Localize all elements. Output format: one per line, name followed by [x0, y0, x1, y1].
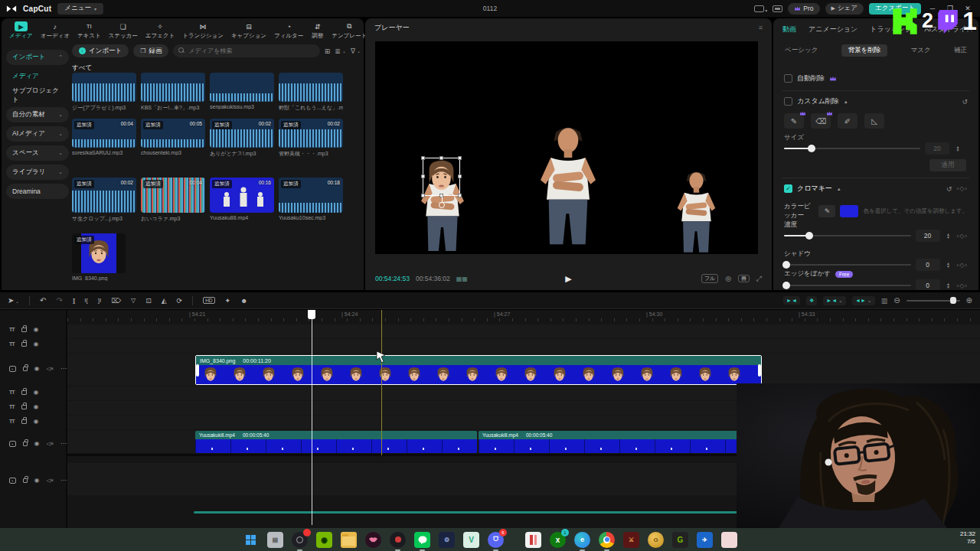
- mask-icon[interactable]: ▽: [131, 297, 136, 304]
- resize-handle[interactable]: [458, 174, 462, 178]
- sidebar-item-media[interactable]: メディア: [6, 69, 69, 84]
- tab-effects[interactable]: ✧エフェクト: [145, 21, 175, 40]
- sidebar-item-ai-media[interactable]: AIメディア⌄: [6, 126, 69, 142]
- snap-toggle[interactable]: ►◄⌄: [823, 296, 846, 305]
- eye-icon[interactable]: ◉: [34, 477, 40, 484]
- panel-layout-icon[interactable]: [773, 5, 782, 12]
- voicevox-app-icon[interactable]: V: [463, 532, 479, 548]
- media-item[interactable]: 追加済00:04soresikaSARUU.mp3: [72, 119, 136, 158]
- lock-icon[interactable]: [23, 367, 28, 371]
- mute-icon[interactable]: ◁×: [47, 478, 54, 484]
- layout-switch-icon[interactable]: ▾: [754, 2, 768, 15]
- music-app-icon[interactable]: [525, 532, 541, 548]
- eye-icon[interactable]: ◉: [34, 440, 40, 447]
- eye-icon[interactable]: ◉: [34, 418, 39, 425]
- ripple-delete-toggle[interactable]: ►◄: [783, 296, 800, 305]
- lock-icon[interactable]: [23, 478, 28, 483]
- media-item[interactable]: 追加済00:05chousenteki.mp3: [141, 119, 205, 158]
- game-app-icon[interactable]: ⚔: [623, 532, 639, 548]
- subtab-correction[interactable]: 補正: [954, 46, 967, 55]
- mirror-icon[interactable]: ◭: [162, 297, 167, 305]
- obs-studio-icon[interactable]: [292, 532, 308, 548]
- sidebar-item-library[interactable]: ライブラリ⌄: [6, 165, 69, 180]
- frame-compare-icon[interactable]: ▦▦: [456, 276, 468, 282]
- subtab-remove-bg[interactable]: 背景を削除: [841, 44, 888, 57]
- undo-icon[interactable]: ↶: [40, 296, 46, 305]
- feather-value[interactable]: 0: [916, 279, 940, 290]
- steam-app-icon[interactable]: ⚙: [439, 532, 455, 548]
- shadow-slider[interactable]: [784, 264, 911, 266]
- more-icon[interactable]: ⋯: [60, 440, 67, 447]
- coin-game-icon[interactable]: G: [648, 532, 664, 548]
- xbox-app-icon[interactable]: x1: [550, 532, 566, 548]
- paint-app-icon[interactable]: [721, 532, 737, 548]
- lock-icon[interactable]: [23, 442, 28, 446]
- video-preview[interactable]: [375, 41, 758, 254]
- tab-media[interactable]: ▶メディア: [9, 21, 33, 40]
- playhead-handle[interactable]: [308, 310, 315, 319]
- resize-handle[interactable]: [458, 194, 462, 197]
- feather-slider[interactable]: [784, 285, 911, 286]
- resize-handle[interactable]: [421, 194, 425, 197]
- playhead-line[interactable]: [312, 310, 312, 525]
- intensity-value[interactable]: 20: [916, 230, 940, 242]
- subtab-basic[interactable]: ベーシック: [785, 46, 818, 55]
- eye-icon[interactable]: ◉: [34, 341, 39, 347]
- chroma-color-swatch[interactable]: [840, 205, 858, 217]
- more-icon[interactable]: ⋯: [60, 477, 67, 484]
- intensity-slider[interactable]: [784, 235, 911, 236]
- resize-handle[interactable]: [421, 156, 425, 160]
- media-item[interactable]: KBS「おー!...車?」.mp3: [141, 73, 205, 112]
- ratio-icon[interactable]: ▤: [738, 275, 750, 282]
- quick-eraser-tool[interactable]: ⌫: [811, 113, 831, 129]
- media-item[interactable]: 追加済00:02ありがとナス!.mp3: [210, 119, 274, 158]
- folder-icon[interactable]: [341, 532, 357, 548]
- keyframe-control[interactable]: ‹◇›: [957, 262, 968, 269]
- resize-handle[interactable]: [439, 156, 443, 160]
- media-item[interactable]: 追加済00:16 Yuusaku88.mp4: [210, 178, 274, 223]
- search-input[interactable]: [173, 47, 319, 54]
- media-item[interactable]: 追加済IMG_8340.png: [72, 233, 126, 281]
- tab-video[interactable]: 動画: [782, 24, 796, 34]
- filter-icon[interactable]: ∇⌄: [351, 47, 361, 55]
- preview-axis-icon[interactable]: ▥: [881, 297, 888, 305]
- collapse-icon[interactable]: ▲: [844, 99, 848, 104]
- apply-button[interactable]: 適用: [929, 159, 966, 171]
- eye-icon[interactable]: ◉: [34, 389, 39, 396]
- zoom-in-icon[interactable]: ⊕: [966, 296, 972, 305]
- crop-icon[interactable]: ⊡: [145, 297, 152, 305]
- quick-brush-tool[interactable]: ✎: [784, 113, 804, 129]
- trim-left-icon[interactable]: I[: [84, 297, 87, 304]
- media-item[interactable]: 追加済00:04おいコラァ.mp3: [141, 178, 205, 223]
- sort-icon[interactable]: ≣⌄: [335, 47, 346, 55]
- mute-icon[interactable]: ◁×: [47, 441, 54, 447]
- eyedropper-icon[interactable]: ✎: [818, 205, 835, 217]
- keyframe-control[interactable]: ‹◇›: [957, 233, 968, 240]
- keyframe-control[interactable]: ‹◇›: [957, 282, 968, 289]
- blue-app-icon[interactable]: ✈: [697, 532, 713, 548]
- replace-icon[interactable]: ⟳: [177, 297, 183, 305]
- tab-text[interactable]: TIテキスト: [77, 21, 101, 40]
- pro-button[interactable]: Pro: [788, 3, 819, 15]
- media-item[interactable]: ジー(アブラゼミ).mp3: [72, 73, 136, 112]
- size-stepper[interactable]: ▲▼: [954, 142, 962, 155]
- preview-quality-chip[interactable]: フル: [701, 274, 718, 283]
- reset-icon[interactable]: ↺: [962, 98, 968, 106]
- magic-wand-icon[interactable]: ✦: [225, 297, 231, 305]
- custom-remove-checkbox[interactable]: [784, 97, 792, 106]
- media-item[interactable]: senpakukissu.mp3: [210, 73, 274, 112]
- zoom-out-icon[interactable]: ⊖: [893, 296, 900, 305]
- media-search[interactable]: [173, 44, 319, 57]
- tab-filters[interactable]: ◔フィルター: [274, 21, 303, 40]
- chrome-browser-icon[interactable]: [599, 532, 615, 548]
- windows-start-icon[interactable]: [243, 532, 259, 548]
- t­ray-clock[interactable]: 21:327/5: [960, 530, 975, 546]
- tab-transitions[interactable]: ⋈トランジション: [182, 21, 224, 40]
- lock-icon[interactable]: [21, 419, 27, 424]
- media-item[interactable]: 野獣「これもう...えな」.mp3: [279, 73, 343, 112]
- subtab-mask[interactable]: マスク: [911, 46, 931, 55]
- lips-app-icon[interactable]: [365, 532, 381, 548]
- tab-adjust[interactable]: ⇵調整: [311, 21, 324, 40]
- link-toggle[interactable]: ◄►⌄: [852, 296, 875, 305]
- tab-templates[interactable]: ⧉テンプレート: [332, 21, 367, 40]
